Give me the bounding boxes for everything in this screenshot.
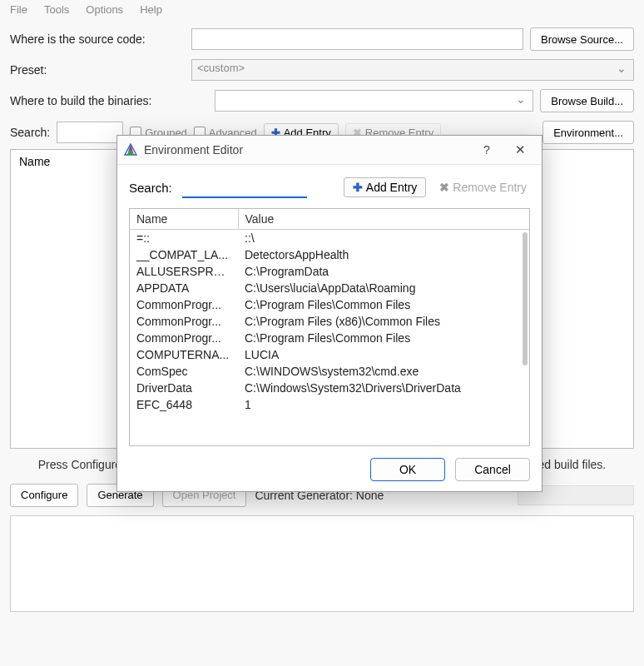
env-name-cell: =:: — [130, 230, 238, 247]
env-row[interactable]: ComSpecC:\WINDOWS\system32\cmd.exe — [130, 363, 529, 380]
env-scrollbar[interactable] — [523, 232, 528, 365]
env-row[interactable]: DriverDataC:\Windows\System32\Drivers\Dr… — [130, 380, 529, 396]
dialog-title: Environment Editor — [144, 143, 467, 157]
env-value-cell: C:\Program Files (x86)\Common Files — [238, 313, 529, 330]
cancel-button[interactable]: Cancel — [455, 458, 530, 481]
env-row[interactable]: ALLUSERSPROF...C:\ProgramData — [130, 263, 529, 280]
env-value-cell: C:\Program Files\Common Files — [238, 330, 529, 346]
env-row[interactable]: COMPUTERNA...LUCIA — [130, 346, 529, 363]
build-label: Where to build the binaries: — [10, 94, 208, 107]
environment-button[interactable]: Environment... — [542, 121, 634, 144]
env-row[interactable]: __COMPAT_LA...DetectorsAppHealth — [130, 246, 529, 263]
build-path-combo[interactable] — [215, 90, 533, 112]
configure-button[interactable]: Configure — [10, 484, 78, 507]
environment-editor-dialog: Environment Editor ? ✕ Search: ✚ Add Ent… — [116, 135, 542, 492]
env-name-cell: COMPUTERNA... — [130, 346, 238, 363]
menu-help[interactable]: Help — [140, 3, 162, 16]
env-name-cell: EFC_6448 — [130, 396, 238, 413]
env-value-cell: ::\ — [238, 230, 529, 247]
menubar: File Tools Options Help — [0, 0, 644, 22]
env-col-value[interactable]: Value — [238, 209, 529, 230]
preset-value: <custom> — [197, 62, 245, 74]
menu-tools[interactable]: Tools — [44, 3, 69, 16]
dialog-search-input[interactable] — [182, 176, 307, 198]
dialog-titlebar: Environment Editor ? ✕ — [117, 136, 542, 165]
cmake-logo-icon — [124, 143, 137, 157]
env-row[interactable]: =::::\ — [130, 230, 529, 247]
env-name-cell: CommonProgr... — [130, 330, 238, 346]
plus-icon: ✚ — [353, 181, 363, 194]
env-row[interactable]: CommonProgr...C:\Program Files\Common Fi… — [130, 296, 529, 313]
menu-options[interactable]: Options — [86, 3, 123, 16]
source-path-input[interactable] — [191, 28, 523, 50]
env-value-cell: 1 — [238, 396, 529, 413]
menu-file[interactable]: File — [10, 3, 27, 16]
cache-name-header: Name — [19, 155, 50, 168]
env-name-cell: ALLUSERSPROF... — [130, 263, 238, 280]
env-value-cell: C:\Program Files\Common Files — [238, 296, 529, 313]
dialog-add-entry-button[interactable]: ✚ Add Entry — [344, 177, 426, 197]
preset-label: Preset: — [10, 63, 185, 77]
env-value-cell: LUCIA — [238, 346, 529, 363]
cache-search-input[interactable] — [57, 122, 123, 143]
dialog-search-label: Search: — [129, 181, 172, 195]
env-col-name[interactable]: Name — [130, 209, 238, 230]
env-table[interactable]: Name Value =::::\__COMPAT_LA...Detectors… — [129, 208, 530, 446]
env-value-cell: C:\Windows\System32\Drivers\DriverData — [238, 380, 529, 396]
env-name-cell: ComSpec — [130, 363, 238, 380]
search-label: Search: — [10, 126, 50, 139]
env-name-cell: DriverData — [130, 380, 238, 396]
source-label: Where is the source code: — [10, 32, 185, 46]
env-name-cell: CommonProgr... — [130, 313, 238, 330]
env-row[interactable]: CommonProgr...C:\Program Files\Common Fi… — [130, 330, 529, 346]
remove-icon: ✖ — [439, 181, 449, 194]
ok-button[interactable]: OK — [370, 458, 445, 481]
env-value-cell: DetectorsAppHealth — [238, 246, 529, 263]
dialog-remove-entry-button[interactable]: ✖ Remove Entry — [436, 178, 530, 196]
env-name-cell: __COMPAT_LA... — [130, 246, 238, 263]
preset-combo[interactable]: <custom> — [191, 59, 634, 81]
browse-build-button[interactable]: Browse Build... — [540, 89, 634, 112]
env-row[interactable]: APPDATAC:\Users\lucia\AppData\Roaming — [130, 280, 529, 296]
env-row[interactable]: CommonProgr...C:\Program Files (x86)\Com… — [130, 313, 529, 330]
env-row[interactable]: EFC_64481 — [130, 396, 529, 413]
browse-source-button[interactable]: Browse Source... — [530, 27, 634, 51]
env-value-cell: C:\ProgramData — [238, 263, 529, 280]
env-name-cell: CommonProgr... — [130, 296, 238, 313]
log-output — [10, 515, 634, 612]
close-button[interactable]: ✕ — [507, 141, 533, 159]
env-name-cell: APPDATA — [130, 280, 238, 296]
env-value-cell: C:\WINDOWS\system32\cmd.exe — [238, 363, 529, 380]
env-value-cell: C:\Users\lucia\AppData\Roaming — [238, 280, 529, 296]
help-button[interactable]: ? — [473, 141, 500, 159]
